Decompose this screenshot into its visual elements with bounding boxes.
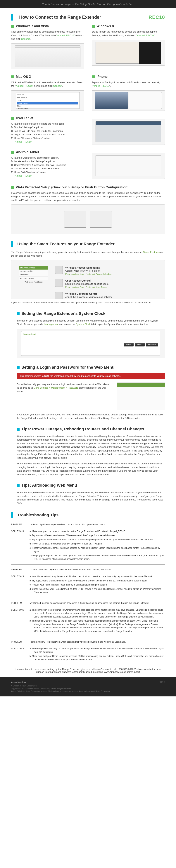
bullet-icon (92, 25, 95, 28)
solutions-4: a. The Range Extender may be out of rang… (30, 647, 165, 662)
bullet-icon (11, 151, 14, 154)
tips-auto-body: When the Range Extender loses its connec… (16, 491, 165, 505)
problem-4: I cannot find my Home Network when scann… (30, 640, 165, 644)
solutions-1: a. Make sure your computer is connected … (30, 530, 165, 562)
coverage-icon (55, 292, 63, 299)
android-heading: Android Tablet (16, 150, 39, 154)
smart-menu-preview: SMART FEATURES Access Schedule User Acce… (19, 266, 48, 280)
smart-features-diagram: SMART FEATURES Access Schedule User Acce… (11, 260, 165, 299)
problem-label: PROBLEM: (11, 601, 30, 605)
win7-heading: Windows 7 and Vista (16, 24, 49, 28)
mac-body: Click on the Wireless icon to see availa… (11, 81, 84, 88)
problem-label: PROBLEM: (11, 640, 30, 644)
mac-screenshot: Wi-Fi: On Turn Wi-Fi Off Home Amped_REC1… (11, 90, 84, 111)
win8-body: Swipe in from the right edge to access t… (92, 30, 165, 37)
page-title: How to Connect to the Range Extender (19, 14, 101, 20)
problem-3: My Range Extender was working fine previ… (30, 601, 165, 605)
smart-outro: If you are unfamiliar or want more infor… (11, 301, 165, 305)
schedule-icon (55, 266, 63, 274)
login-heading: Setting a Login and Password for the Web… (22, 365, 114, 370)
wps-body: If your wireless adapter has WPS one-tou… (11, 191, 165, 202)
warning-banner: This login/password is NOT the wireless … (16, 373, 165, 379)
problem-label: PROBLEM: (11, 523, 30, 526)
android-body: A. Tap the "Apps" menu on the tablet scr… (11, 156, 84, 178)
title-bar-icon (11, 14, 13, 21)
bullet-icon (11, 117, 14, 120)
solutions-label: SOLUTIONS: (11, 530, 30, 562)
iphone-heading: iPhone (97, 75, 108, 79)
iphone-body: Tap on your Settings icon, select Wi-Fi,… (92, 81, 165, 88)
mac-heading: Mac OS X (16, 75, 31, 79)
login-body: For added security you may want to set a… (16, 382, 111, 394)
win8-screenshot (92, 40, 165, 66)
tips-power-body1: Wireless routers operate on specific wir… (16, 434, 165, 460)
bullet-icon (16, 366, 20, 369)
troubleshooting-heading: Troubleshooting Tips (17, 513, 59, 518)
android-screenshot (92, 153, 165, 179)
ipad-body: A. Tap the "Home" button to get to the h… (11, 122, 84, 144)
problem-label: PROBLEM: (11, 568, 30, 571)
ipad-screenshot (92, 119, 165, 145)
bullet-icon (11, 25, 14, 28)
model-number: REC10 (148, 14, 165, 20)
doc-code: 4091-3 (159, 681, 165, 683)
smart-heading: Using the Smart Features on your Range E… (17, 242, 114, 246)
section-bar-icon (11, 241, 13, 247)
bullet-icon (16, 484, 20, 487)
solutions-3: a. The connection to your Home Network m… (30, 608, 165, 634)
problem-1: I entered http://setup.ampedwireless.com… (30, 523, 165, 526)
solutions-label: SOLUTIONS: (11, 647, 30, 662)
bullet-icon (16, 428, 20, 431)
top-banner: This is the second page of the Setup Gui… (0, 0, 176, 8)
reset-button: RESET (135, 343, 145, 346)
clock-screenshot: System Clock APPLY RESET REFRESH (16, 329, 165, 358)
smart-intro: The Range Extender is equipped with many… (11, 250, 165, 257)
bullet-icon (11, 75, 14, 79)
password-screenshot (117, 382, 165, 410)
clock-heading: Setting the Range Extender's System Cloc… (22, 311, 105, 316)
win7-screenshot (11, 43, 84, 69)
refresh-button: REFRESH (146, 343, 158, 346)
section-bar-icon (11, 512, 13, 518)
tips-auto-heading: Tips: Autoloading Web Menu (22, 483, 77, 488)
support-footnote: If you continue to have issues setting u… (11, 668, 165, 677)
footer-brand: Amped Wireless (11, 681, 165, 684)
ipad-heading: iPad Tablet (16, 116, 33, 120)
bullet-icon (16, 312, 20, 315)
user-icon (55, 279, 63, 287)
login-reset-body: If you forget your login and password, y… (16, 413, 165, 420)
footer: 4091-3 Amped Wireless A Division of Newo… (0, 677, 176, 696)
tips-power-body2: When the web menu appears, run through t… (16, 462, 165, 476)
win7-body: Click on the Wireless icon to see availa… (11, 30, 84, 41)
bullet-icon (11, 186, 14, 189)
wps-heading: Wi-Fi Protected Setup (One-Touch Setup o… (16, 185, 129, 189)
solutions-2: a. Your Home Network may be secured. Dou… (30, 575, 165, 595)
apply-button: APPLY (124, 343, 134, 346)
win8-heading: Windows 8 (97, 24, 114, 28)
solutions-label: SOLUTIONS: (11, 575, 30, 595)
tips-power-heading: Tips: Power Outages, Rebooting Routers a… (22, 427, 144, 431)
clock-body: In order for your Access Schedules and l… (16, 319, 165, 326)
iphone-screenshot (92, 90, 165, 111)
problem-2: I cannot connect to my Home Network. I r… (30, 568, 165, 571)
bullet-icon (92, 75, 95, 79)
solutions-label: SOLUTIONS: (11, 608, 30, 634)
wps-diagram (11, 205, 165, 234)
